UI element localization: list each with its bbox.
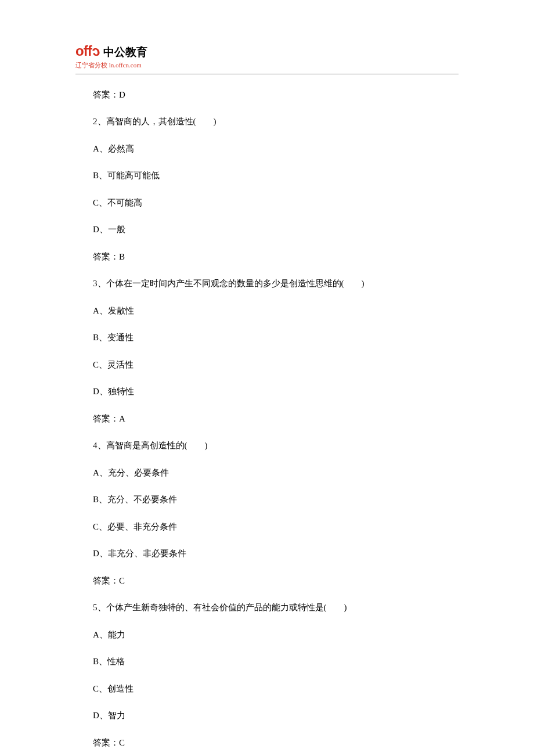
answer-line: 答案：A — [75, 412, 459, 426]
option-line: B、变通性 — [75, 331, 459, 344]
question-line: 4、高智商是高创造性的( ) — [75, 439, 459, 452]
option-line: A、能力 — [75, 628, 459, 642]
option-line: D、智力 — [75, 709, 459, 722]
option-line: A、充分、必要条件 — [75, 466, 459, 480]
option-line: D、一般 — [75, 223, 459, 236]
question-line: 2、高智商的人，其创造性( ) — [75, 115, 459, 128]
option-line: C、必要、非充分条件 — [75, 520, 459, 534]
option-line: B、充分、不必要条件 — [75, 493, 459, 506]
answer-line: 答案：D — [75, 88, 459, 102]
option-line: A、必然高 — [75, 142, 459, 156]
document-page: offc 中公教育 辽宁省分校 ln.offcn.com 答案：D 2、高智商的… — [0, 0, 534, 756]
logo-cn-text: c — [92, 41, 100, 62]
page-header: offc 中公教育 辽宁省分校 ln.offcn.com — [75, 41, 459, 70]
option-line: B、性格 — [75, 655, 459, 668]
header-divider — [75, 74, 459, 74]
question-line: 3、个体在一定时间内产生不同观念的数量的多少是创造性思维的( ) — [75, 277, 459, 290]
option-line: D、非充分、非必要条件 — [75, 547, 459, 560]
option-line: B、可能高可能低 — [75, 169, 459, 182]
option-line: C、不可能高 — [75, 196, 459, 210]
logo-off-text: off — [75, 41, 92, 62]
content-body: 答案：D 2、高智商的人，其创造性( ) A、必然高 B、可能高可能低 C、不可… — [75, 88, 459, 757]
question-line: 5、个体产生新奇独特的、有社会价值的产品的能力或特性是( ) — [75, 601, 459, 614]
option-line: D、独特性 — [75, 385, 459, 398]
answer-line: 答案：C — [75, 574, 459, 588]
option-line: C、创造性 — [75, 682, 459, 696]
logo: offc 中公教育 — [75, 41, 459, 62]
answer-line: 答案：C — [75, 736, 459, 750]
answer-line: 答案：B — [75, 250, 459, 264]
option-line: C、灵活性 — [75, 358, 459, 372]
option-line: A、发散性 — [75, 304, 459, 318]
logo-subsite: 辽宁省分校 ln.offcn.com — [75, 60, 459, 70]
logo-brand-text: 中公教育 — [103, 44, 147, 61]
